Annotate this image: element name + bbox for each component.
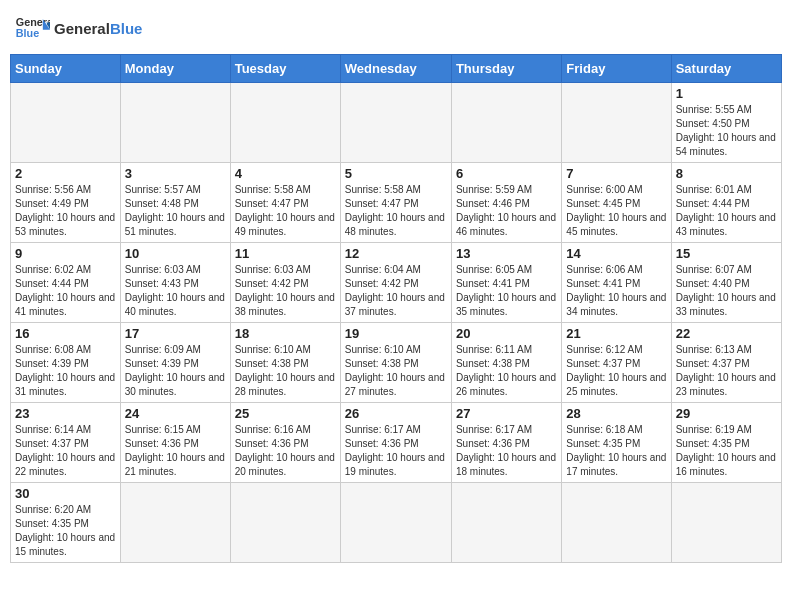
calendar-cell [451,483,561,563]
day-info: Sunrise: 5:56 AM Sunset: 4:49 PM Dayligh… [15,183,116,239]
day-number: 19 [345,326,447,341]
day-number: 7 [566,166,666,181]
calendar-cell: 14Sunrise: 6:06 AM Sunset: 4:41 PM Dayli… [562,243,671,323]
calendar-cell: 10Sunrise: 6:03 AM Sunset: 4:43 PM Dayli… [120,243,230,323]
calendar-cell: 3Sunrise: 5:57 AM Sunset: 4:48 PM Daylig… [120,163,230,243]
day-number: 23 [15,406,116,421]
day-info: Sunrise: 6:11 AM Sunset: 4:38 PM Dayligh… [456,343,557,399]
weekday-header-row: SundayMondayTuesdayWednesdayThursdayFrid… [11,55,782,83]
calendar-cell [120,83,230,163]
calendar-cell: 12Sunrise: 6:04 AM Sunset: 4:42 PM Dayli… [340,243,451,323]
day-info: Sunrise: 6:03 AM Sunset: 4:42 PM Dayligh… [235,263,336,319]
day-number: 22 [676,326,777,341]
calendar-body: 1Sunrise: 5:55 AM Sunset: 4:50 PM Daylig… [11,83,782,563]
day-info: Sunrise: 6:15 AM Sunset: 4:36 PM Dayligh… [125,423,226,479]
calendar-table: SundayMondayTuesdayWednesdayThursdayFrid… [10,54,782,563]
calendar-cell: 29Sunrise: 6:19 AM Sunset: 4:35 PM Dayli… [671,403,781,483]
calendar-cell [340,483,451,563]
day-info: Sunrise: 5:57 AM Sunset: 4:48 PM Dayligh… [125,183,226,239]
page-header: General Blue GeneralBlue [10,10,782,46]
week-row-2: 2Sunrise: 5:56 AM Sunset: 4:49 PM Daylig… [11,163,782,243]
calendar-cell: 23Sunrise: 6:14 AM Sunset: 4:37 PM Dayli… [11,403,121,483]
calendar-cell [562,483,671,563]
day-number: 4 [235,166,336,181]
calendar-cell: 18Sunrise: 6:10 AM Sunset: 4:38 PM Dayli… [230,323,340,403]
calendar-cell [340,83,451,163]
day-number: 25 [235,406,336,421]
day-number: 21 [566,326,666,341]
day-number: 1 [676,86,777,101]
day-info: Sunrise: 5:59 AM Sunset: 4:46 PM Dayligh… [456,183,557,239]
day-number: 3 [125,166,226,181]
day-info: Sunrise: 6:16 AM Sunset: 4:36 PM Dayligh… [235,423,336,479]
day-number: 16 [15,326,116,341]
weekday-header-sunday: Sunday [11,55,121,83]
day-info: Sunrise: 6:20 AM Sunset: 4:35 PM Dayligh… [15,503,116,559]
calendar-cell: 20Sunrise: 6:11 AM Sunset: 4:38 PM Dayli… [451,323,561,403]
calendar-cell: 22Sunrise: 6:13 AM Sunset: 4:37 PM Dayli… [671,323,781,403]
day-number: 5 [345,166,447,181]
calendar-cell: 5Sunrise: 5:58 AM Sunset: 4:47 PM Daylig… [340,163,451,243]
week-row-3: 9Sunrise: 6:02 AM Sunset: 4:44 PM Daylig… [11,243,782,323]
calendar-cell: 7Sunrise: 6:00 AM Sunset: 4:45 PM Daylig… [562,163,671,243]
day-info: Sunrise: 6:19 AM Sunset: 4:35 PM Dayligh… [676,423,777,479]
day-number: 13 [456,246,557,261]
svg-text:Blue: Blue [16,27,39,39]
week-row-4: 16Sunrise: 6:08 AM Sunset: 4:39 PM Dayli… [11,323,782,403]
day-number: 10 [125,246,226,261]
calendar-cell [120,483,230,563]
calendar-cell: 13Sunrise: 6:05 AM Sunset: 4:41 PM Dayli… [451,243,561,323]
day-info: Sunrise: 6:10 AM Sunset: 4:38 PM Dayligh… [345,343,447,399]
calendar-cell: 4Sunrise: 5:58 AM Sunset: 4:47 PM Daylig… [230,163,340,243]
day-info: Sunrise: 6:14 AM Sunset: 4:37 PM Dayligh… [15,423,116,479]
calendar-cell: 8Sunrise: 6:01 AM Sunset: 4:44 PM Daylig… [671,163,781,243]
day-number: 11 [235,246,336,261]
day-number: 6 [456,166,557,181]
day-info: Sunrise: 6:03 AM Sunset: 4:43 PM Dayligh… [125,263,226,319]
week-row-5: 23Sunrise: 6:14 AM Sunset: 4:37 PM Dayli… [11,403,782,483]
day-info: Sunrise: 6:12 AM Sunset: 4:37 PM Dayligh… [566,343,666,399]
day-info: Sunrise: 6:18 AM Sunset: 4:35 PM Dayligh… [566,423,666,479]
weekday-header-friday: Friday [562,55,671,83]
day-number: 2 [15,166,116,181]
calendar-cell: 11Sunrise: 6:03 AM Sunset: 4:42 PM Dayli… [230,243,340,323]
calendar-cell: 19Sunrise: 6:10 AM Sunset: 4:38 PM Dayli… [340,323,451,403]
weekday-header-monday: Monday [120,55,230,83]
day-number: 12 [345,246,447,261]
day-info: Sunrise: 5:55 AM Sunset: 4:50 PM Dayligh… [676,103,777,159]
calendar-cell: 30Sunrise: 6:20 AM Sunset: 4:35 PM Dayli… [11,483,121,563]
logo-general-text: GeneralBlue [54,20,142,37]
day-number: 20 [456,326,557,341]
day-info: Sunrise: 5:58 AM Sunset: 4:47 PM Dayligh… [235,183,336,239]
week-row-1: 1Sunrise: 5:55 AM Sunset: 4:50 PM Daylig… [11,83,782,163]
day-info: Sunrise: 6:08 AM Sunset: 4:39 PM Dayligh… [15,343,116,399]
day-info: Sunrise: 6:01 AM Sunset: 4:44 PM Dayligh… [676,183,777,239]
day-info: Sunrise: 6:17 AM Sunset: 4:36 PM Dayligh… [345,423,447,479]
week-row-6: 30Sunrise: 6:20 AM Sunset: 4:35 PM Dayli… [11,483,782,563]
day-info: Sunrise: 6:13 AM Sunset: 4:37 PM Dayligh… [676,343,777,399]
calendar-cell: 26Sunrise: 6:17 AM Sunset: 4:36 PM Dayli… [340,403,451,483]
day-number: 9 [15,246,116,261]
day-number: 30 [15,486,116,501]
day-info: Sunrise: 6:10 AM Sunset: 4:38 PM Dayligh… [235,343,336,399]
day-number: 27 [456,406,557,421]
calendar-cell [230,83,340,163]
day-number: 15 [676,246,777,261]
day-info: Sunrise: 6:00 AM Sunset: 4:45 PM Dayligh… [566,183,666,239]
calendar-cell [230,483,340,563]
calendar-cell: 9Sunrise: 6:02 AM Sunset: 4:44 PM Daylig… [11,243,121,323]
day-number: 26 [345,406,447,421]
day-info: Sunrise: 6:17 AM Sunset: 4:36 PM Dayligh… [456,423,557,479]
day-info: Sunrise: 6:04 AM Sunset: 4:42 PM Dayligh… [345,263,447,319]
calendar-cell [562,83,671,163]
calendar-cell: 28Sunrise: 6:18 AM Sunset: 4:35 PM Dayli… [562,403,671,483]
day-info: Sunrise: 6:05 AM Sunset: 4:41 PM Dayligh… [456,263,557,319]
day-info: Sunrise: 6:06 AM Sunset: 4:41 PM Dayligh… [566,263,666,319]
weekday-header-tuesday: Tuesday [230,55,340,83]
calendar-cell: 16Sunrise: 6:08 AM Sunset: 4:39 PM Dayli… [11,323,121,403]
calendar-cell [11,83,121,163]
weekday-header-saturday: Saturday [671,55,781,83]
calendar-cell: 15Sunrise: 6:07 AM Sunset: 4:40 PM Dayli… [671,243,781,323]
day-info: Sunrise: 6:07 AM Sunset: 4:40 PM Dayligh… [676,263,777,319]
day-info: Sunrise: 5:58 AM Sunset: 4:47 PM Dayligh… [345,183,447,239]
